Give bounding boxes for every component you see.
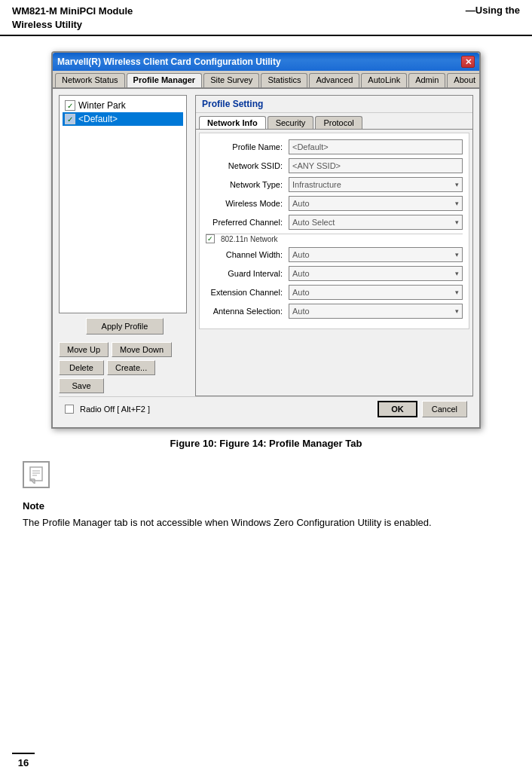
antenna-label: Antenna Selection: [206, 307, 289, 316]
inner-tab-protocol[interactable]: Protocol [315, 116, 362, 129]
left-pane: ✓ Winter Park ✓ <Default> Apply Profile [59, 95, 191, 396]
save-button[interactable]: Save [59, 378, 104, 393]
note-title: Note [23, 500, 509, 512]
create-button[interactable]: Create... [107, 360, 155, 375]
svg-line-1 [30, 479, 35, 484]
tab-statistics[interactable]: Statistics [261, 73, 307, 87]
guard-interval-dropdown-arrow: ▾ [455, 270, 459, 277]
note-section: Note The Profile Manager tab is not acce… [23, 500, 509, 530]
tab-about[interactable]: About [447, 73, 479, 87]
form-row-channel: Preferred Channel: Auto Select ▾ [206, 215, 463, 230]
move-down-button[interactable]: Move Down [112, 342, 172, 357]
inner-tab-security[interactable]: Security [268, 116, 314, 129]
form-row-network-type: Network Type: Infrastructure ▾ [206, 177, 463, 192]
dialog-tabbar: Network Status Profile Manager Site Surv… [53, 71, 479, 89]
form-row-ssid: Network SSID: <ANY SSID> [206, 158, 463, 173]
radio-off-row: Radio Off [ Alt+F2 ] OK Cancel [59, 396, 473, 421]
dialog-titlebar: Marvell(R) Wireless Client Card Configur… [53, 53, 479, 71]
profile-setting-pane: Profile Setting Network Info Security Pr… [195, 95, 473, 396]
ok-button[interactable]: OK [378, 401, 417, 417]
dialog-window: Marvell(R) Wireless Client Card Configur… [51, 51, 481, 429]
page-number: 16 [12, 753, 35, 768]
profile-name-winter-park: Winter Park [78, 100, 126, 111]
channel-width-dropdown-arrow: ▾ [455, 251, 459, 258]
channel-dropdown[interactable]: Auto Select ▾ [289, 215, 463, 230]
dialog-title: Marvell(R) Wireless Client Card Configur… [57, 57, 281, 67]
tab-autolink[interactable]: AutoLink [361, 73, 407, 87]
tab-site-survey[interactable]: Site Survey [203, 73, 259, 87]
wireless-mode-dropdown-arrow: ▾ [455, 200, 459, 207]
network-type-label: Network Type: [206, 180, 289, 189]
extension-channel-dropdown-arrow: ▾ [455, 289, 459, 296]
ssid-label: Network SSID: [206, 161, 289, 170]
wireless-mode-dropdown[interactable]: Auto ▾ [289, 196, 463, 211]
form-row-profile-name: Profile Name: <Default> [206, 139, 463, 154]
form-row-channel-width: Channel Width: Auto ▾ [206, 247, 463, 262]
channel-width-label: Channel Width: [206, 250, 289, 259]
channel-width-dropdown[interactable]: Auto ▾ [289, 247, 463, 262]
profile-name-input[interactable]: <Default> [289, 139, 463, 154]
cancel-button[interactable]: Cancel [422, 401, 467, 417]
radio-off-label: Radio Off [ Alt+F2 ] [65, 405, 150, 414]
note-icon [27, 466, 45, 484]
checkbox-winter-park[interactable]: ✓ [65, 100, 75, 111]
channel-dropdown-arrow: ▾ [455, 218, 459, 226]
tab-network-status[interactable]: Network Status [55, 73, 125, 87]
profile-setting-header: Profile Setting [196, 96, 472, 113]
profile-list: ✓ Winter Park ✓ <Default> [59, 95, 187, 313]
form-body: Profile Name: <Default> Network SSID: <A… [199, 133, 469, 329]
tab-admin[interactable]: Admin [408, 73, 445, 87]
inner-tab-network-info[interactable]: Network Info [199, 116, 266, 129]
note-icon-area [23, 461, 509, 488]
form-row-extension-channel: Extension Channel: Auto ▾ [206, 285, 463, 300]
tab-advanced[interactable]: Advanced [309, 73, 359, 87]
checkbox-default[interactable]: ✓ [65, 114, 75, 124]
section-802-label: 802.11n Network [221, 235, 278, 243]
apply-profile-button[interactable]: Apply Profile [86, 318, 164, 335]
channel-label: Preferred Channel: [206, 218, 289, 227]
profile-name-label: Profile Name: [206, 142, 289, 151]
guard-interval-dropdown[interactable]: Auto ▾ [289, 266, 463, 281]
dialog-body: ✓ Winter Park ✓ <Default> Apply Profile [53, 89, 479, 427]
ok-cancel-row: OK Cancel [378, 401, 467, 417]
list-item[interactable]: ✓ Winter Park [63, 99, 183, 112]
page-content: Marvell(R) Wireless Client Card Configur… [0, 36, 532, 553]
ssid-input[interactable]: <ANY SSID> [289, 158, 463, 173]
page-header: WM821-M MiniPCI Module Wireless Utility … [0, 0, 532, 36]
move-up-button[interactable]: Move Up [59, 342, 109, 357]
header-right: —Using the [466, 5, 520, 16]
dialog-layout: ✓ Winter Park ✓ <Default> Apply Profile [59, 95, 473, 396]
inner-tabbar: Network Info Security Protocol [196, 113, 472, 130]
bottom-buttons: Move Up Move Down Delete Create... Save [59, 339, 191, 396]
note-icon-box [23, 461, 50, 488]
radio-off-checkbox[interactable] [65, 405, 74, 414]
header-left: WM821-M MiniPCI Module Wireless Utility [12, 5, 133, 32]
form-row-guard-interval: Guard Interval: Auto ▾ [206, 266, 463, 281]
antenna-dropdown[interactable]: Auto ▾ [289, 304, 463, 319]
list-item[interactable]: ✓ <Default> [63, 112, 183, 126]
guard-interval-label: Guard Interval: [206, 269, 289, 278]
extension-channel-label: Extension Channel: [206, 288, 289, 297]
network-type-dropdown-arrow: ▾ [455, 181, 459, 188]
figure-caption: Figure 10: Figure 14: Profile Manager Ta… [23, 438, 509, 449]
form-row-wireless-mode: Wireless Mode: Auto ▾ [206, 196, 463, 211]
checkbox-802n[interactable]: ✓ [206, 234, 215, 243]
delete-button[interactable]: Delete [59, 360, 104, 375]
antenna-dropdown-arrow: ▾ [455, 307, 459, 315]
extension-channel-dropdown[interactable]: Auto ▾ [289, 285, 463, 300]
form-row-antenna: Antenna Selection: Auto ▾ [206, 304, 463, 319]
wireless-mode-label: Wireless Mode: [206, 199, 289, 208]
network-type-dropdown[interactable]: Infrastructure ▾ [289, 177, 463, 192]
dialog-close-button[interactable]: ✕ [461, 56, 475, 68]
tab-profile-manager[interactable]: Profile Manager [127, 73, 203, 89]
section-divider-802: ✓ 802.11n Network [206, 234, 463, 243]
profile-name-default: <Default> [78, 114, 118, 124]
note-text: The Profile Manager tab is not accessibl… [23, 515, 509, 530]
